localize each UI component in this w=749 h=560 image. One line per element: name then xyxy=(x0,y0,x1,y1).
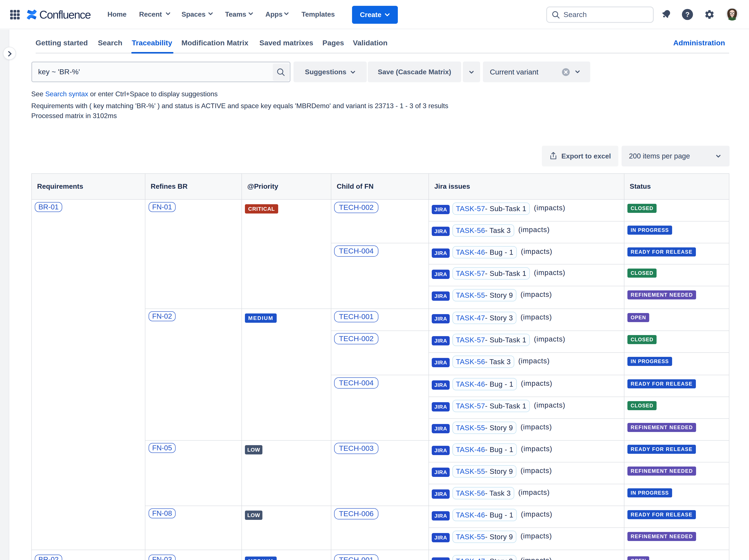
svg-text:?: ? xyxy=(685,10,690,18)
